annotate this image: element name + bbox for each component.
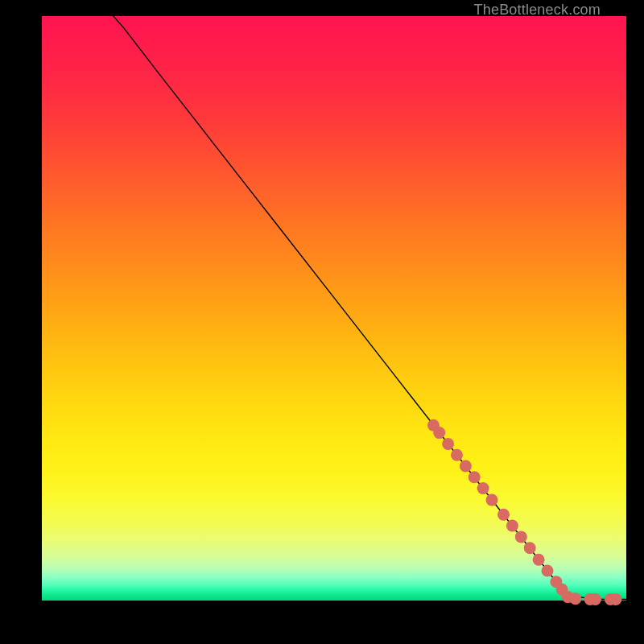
data-marker bbox=[589, 593, 601, 605]
data-marker bbox=[506, 520, 518, 532]
data-marker bbox=[451, 449, 463, 461]
data-marker bbox=[433, 427, 445, 439]
bottleneck-curve bbox=[42, 0, 626, 599]
data-marker bbox=[460, 460, 472, 473]
plot-area bbox=[42, 16, 626, 601]
data-marker bbox=[477, 482, 489, 494]
data-marker bbox=[569, 592, 581, 605]
data-marker bbox=[497, 509, 510, 521]
data-marker bbox=[442, 438, 454, 450]
data-marker bbox=[524, 542, 536, 554]
data-marker bbox=[486, 494, 498, 506]
data-marker bbox=[542, 565, 554, 577]
data-marker bbox=[533, 554, 545, 566]
marker-group bbox=[427, 419, 622, 605]
chart-frame: TheBottleneck.com bbox=[0, 0, 644, 644]
data-marker bbox=[469, 471, 481, 483]
data-marker bbox=[515, 530, 527, 543]
chart-svg bbox=[42, 16, 626, 601]
data-marker bbox=[609, 593, 621, 605]
